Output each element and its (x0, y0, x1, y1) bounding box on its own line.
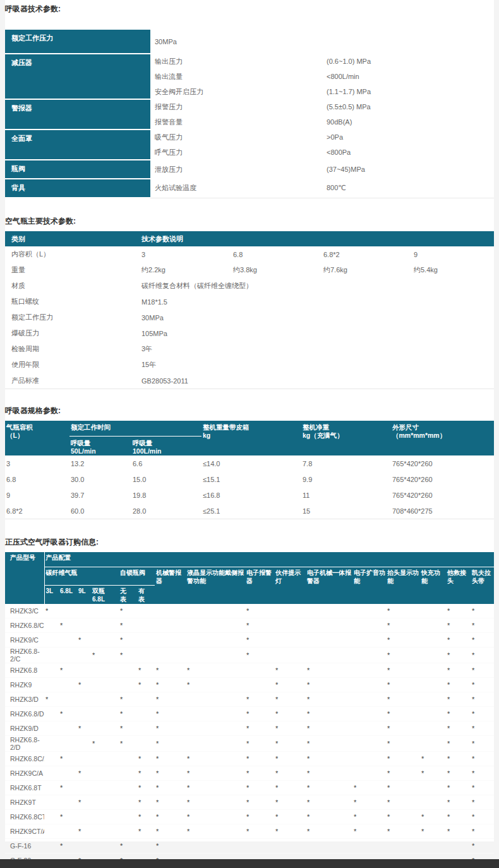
ordering-mark-cell: * (274, 692, 306, 707)
cylinder-row: 材质碳纤维复合材料（碳纤维全缠绕型） (5, 278, 494, 294)
cylinder-label-cell: 额定工作压力 (5, 310, 140, 325)
ordering-mark-cell (420, 663, 446, 678)
ordering-mark-cell (137, 707, 155, 721)
ordering-row: RHZK9********* (5, 678, 494, 692)
ordering-mark-cell (59, 824, 77, 839)
ordering-table: 产品型号 产品配置 碳纤维气瓶 自锁瓶阀 机械警报器 液晶显示功能戴侧报警功能 … (5, 552, 494, 868)
tech-value-cell: <800L/min (322, 69, 494, 84)
cylinder-value-cell: 约3.8kg (232, 262, 322, 278)
ordering-tbody: RHZK3/C******RHZK6.8/C******RHZK9/C*****… (5, 604, 494, 868)
ordering-row: RHZK3/D********* (5, 692, 494, 707)
ordering-model-cell: RHZK6.8T (5, 781, 44, 795)
ordering-mark-cell: * (137, 795, 155, 810)
cylinder-value-cell: 15年 (140, 357, 494, 373)
spec-header-breath-50: 呼吸量 50L/min (69, 437, 131, 456)
tech-row: 减压器输出压力(0.6~1.0) MPa (5, 54, 494, 69)
ordering-mark-cell (44, 839, 59, 853)
ordering-mark-cell (44, 618, 59, 633)
cylinder-value-cell: 碳纤维复合材料（碳纤维全缠绕型） (140, 278, 494, 294)
ordering-mark-cell: * (119, 721, 137, 736)
spec-value-cell: 28.0 (131, 503, 201, 519)
ordering-header-partner-light: 伙伴提示灯 (274, 567, 306, 605)
ordering-mark-cell (352, 752, 386, 766)
ordering-mark-cell: * (306, 678, 352, 692)
ordering-mark-cell (155, 604, 186, 618)
ordering-mark-cell: * (77, 824, 91, 839)
ordering-model-cell: RHZK3/C (5, 604, 44, 618)
ordering-mark-cell: * (119, 604, 137, 618)
ordering-mark-cell: * (245, 633, 274, 648)
ordering-header-no-gauge: 无 表 (119, 586, 137, 605)
cylinder-value-cell: 3 (140, 246, 232, 262)
ordering-model-cell: RHZK6.8 (5, 663, 44, 678)
ordering-mark-cell (91, 721, 119, 736)
ordering-mark-cell: * (59, 663, 77, 678)
ordering-header-electronic-alarm: 电子报警器 (245, 567, 274, 605)
ordering-mark-cell: * (119, 618, 137, 633)
ordering-mark-cell: * (59, 810, 77, 824)
ordering-mark-cell: * (386, 618, 420, 633)
ordering-row: RHZK6.8T*********** (5, 781, 494, 795)
ordering-mark-cell: * (274, 663, 306, 678)
ordering-mark-cell: * (274, 736, 306, 752)
ordering-mark-cell (91, 824, 119, 839)
ordering-mark-cell: * (306, 752, 352, 766)
ordering-mark-cell: * (274, 721, 306, 736)
spec-header-row1: 气瓶容积 （L） 额定工作时间 整机重量带皮箱 kg 整机净重 kg（充满气） … (5, 421, 494, 437)
ordering-mark-cell (91, 752, 119, 766)
ordering-mark-cell (186, 839, 245, 853)
cylinder-value-cell: 105MPa (140, 325, 494, 341)
ordering-mark-cell: * (245, 810, 274, 824)
tech-item-cell: 输出压力 (150, 54, 322, 69)
ordering-mark-cell (420, 648, 446, 663)
ordering-mark-cell (119, 824, 137, 839)
cylinder-row: 额定工作压力30MPa (5, 310, 494, 325)
ordering-mark-cell (420, 781, 446, 795)
ordering-mark-cell (77, 752, 91, 766)
ordering-mark-cell (137, 692, 155, 707)
cylinder-value-cell: 6.8*2 (322, 246, 412, 262)
ordering-row: RHZK9/D********* (5, 721, 494, 736)
spec-value-cell: 708*460*275 (391, 503, 494, 519)
ordering-mark-cell (137, 618, 155, 633)
ordering-mark-cell: * (155, 663, 186, 678)
ordering-mark-cell: * (386, 707, 420, 721)
ordering-row: RHZK6.8/C****** (5, 618, 494, 633)
ordering-mark-cell: * (137, 810, 155, 824)
ordering-mark-cell (119, 663, 137, 678)
tech-value-cell: (37~45)MPa (322, 160, 494, 179)
cylinder-row: 使用年限15年 (5, 357, 494, 373)
spec-value-cell: ≤14.0 (201, 455, 301, 471)
ordering-mark-cell (420, 678, 446, 692)
spec-header-dimensions: 外形尺寸 （mm*mm*mm） (391, 421, 494, 455)
ordering-mark-cell (274, 618, 306, 633)
ordering-mark-cell (91, 692, 119, 707)
ordering-mark-cell (352, 633, 386, 648)
tech-item-cell: 吸气压力 (150, 130, 322, 145)
ordering-row: RHZK3/C****** (5, 604, 494, 618)
ordering-mark-cell: * (471, 766, 494, 781)
ordering-model-cell: RHZK9T (5, 795, 44, 810)
cylinder-params-tbody: 内容积（L）36.86.8*29重量约2.2kg约3.8kg约7.6kg约5.4… (5, 246, 494, 389)
ordering-mark-cell (186, 736, 245, 752)
ordering-mark-cell: * (352, 824, 386, 839)
ordering-mark-cell: * (420, 824, 446, 839)
tech-value-cell: (1.1~1.7) MPa (322, 84, 494, 99)
ordering-mark-cell (77, 839, 91, 853)
ordering-mark-cell: * (77, 678, 91, 692)
tech-category-cell: 额定工作压力 (5, 30, 150, 54)
spec-value-cell: 6.8 (5, 471, 69, 487)
ordering-mark-cell: * (446, 633, 471, 648)
ordering-mark-cell (420, 618, 446, 633)
spec-row: 6.8*260.028.0≤25.115708*460*275 (5, 503, 494, 519)
ordering-row: RHZK9/C****** (5, 633, 494, 648)
ordering-mark-cell (91, 766, 119, 781)
ordering-header-model: 产品型号 (5, 552, 44, 604)
section-title-respirator-tech: 呼吸器技术参数: (5, 4, 494, 14)
ordering-mark-cell: * (91, 648, 119, 663)
ordering-mark-cell (119, 752, 137, 766)
ordering-mark-cell: * (352, 810, 386, 824)
ordering-mark-cell: * (245, 692, 274, 707)
ordering-mark-cell (274, 648, 306, 663)
spec-value-cell: 39.7 (69, 487, 131, 503)
